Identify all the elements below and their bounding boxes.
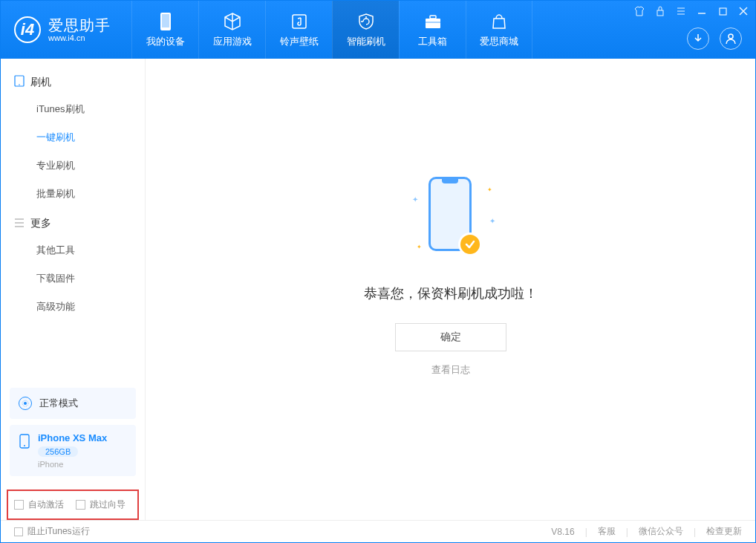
device-type: iPhone [38, 460, 107, 469]
shield-refresh-icon [356, 11, 376, 32]
footer-left: 阻止iTunes运行 [14, 525, 90, 538]
footer-link-service[interactable]: 客服 [598, 525, 616, 538]
tab-my-device[interactable]: 我的设备 [131, 1, 198, 59]
section-title: 刷机 [30, 76, 51, 89]
check-badge-icon [458, 233, 482, 256]
svg-rect-1 [162, 14, 169, 27]
success-illustration: ✦ ✦ ✦ ✦ [406, 173, 495, 262]
shirt-icon[interactable] [633, 5, 645, 17]
checkbox-icon [14, 527, 23, 536]
view-log-link[interactable]: 查看日志 [431, 363, 470, 377]
device-panel: 正常模式 iPhone XS Max 256GB iPhone [1, 388, 145, 490]
svg-rect-3 [426, 19, 440, 28]
logo-text: 爱思助手 www.i4.cn [48, 17, 111, 42]
svg-point-11 [24, 402, 27, 405]
section-more: 更多 [1, 208, 145, 236]
success-message: 恭喜您，保资料刷机成功啦！ [364, 284, 538, 302]
list-icon [14, 218, 25, 230]
version-label: V8.16 [551, 527, 574, 537]
tab-toolbox[interactable]: 工具箱 [399, 1, 466, 59]
checkbox-label: 阻止iTunes运行 [27, 525, 90, 538]
sidebar-item-advanced[interactable]: 高级功能 [1, 293, 145, 321]
checkbox-label: 自动激活 [28, 498, 64, 511]
svg-point-8 [729, 34, 733, 39]
lock-icon[interactable] [654, 5, 666, 17]
checkbox-skip-guide[interactable]: 跳过向导 [76, 498, 126, 511]
svg-rect-5 [426, 22, 440, 23]
device-phone-icon [19, 434, 30, 452]
svg-point-10 [19, 84, 20, 85]
download-button[interactable] [687, 27, 709, 50]
tab-label: 铃声壁纸 [280, 35, 319, 48]
sidebar-item-itunes-flash[interactable]: iTunes刷机 [1, 95, 145, 123]
device-name: iPhone XS Max [38, 432, 107, 443]
tab-label: 爱思商城 [480, 35, 518, 48]
tab-store[interactable]: 爱思商城 [466, 1, 532, 59]
phone-icon [158, 11, 173, 32]
sidebar-item-pro-flash[interactable]: 专业刷机 [1, 152, 145, 180]
footer-link-update[interactable]: 检查更新 [706, 525, 742, 538]
main-content: ✦ ✦ ✦ ✦ 恭喜您，保资料刷机成功啦！ 确定 查看日志 [146, 59, 755, 520]
music-note-icon [290, 11, 308, 32]
sparkle-icon: ✦ [489, 217, 495, 225]
header-right-buttons [687, 27, 742, 50]
sidebar-item-batch-flash[interactable]: 批量刷机 [1, 180, 145, 208]
cube-icon [223, 11, 242, 32]
svg-rect-4 [430, 16, 436, 19]
svg-rect-2 [293, 15, 306, 28]
svg-point-14 [24, 445, 25, 446]
bag-icon [490, 11, 508, 32]
svg-rect-6 [657, 10, 663, 16]
tab-label: 应用游戏 [213, 35, 252, 48]
device-card[interactable]: iPhone XS Max 256GB iPhone [10, 425, 136, 476]
separator: | [585, 527, 587, 537]
footer-link-wechat[interactable]: 微信公众号 [639, 525, 683, 538]
checkbox-label: 跳过向导 [90, 498, 126, 511]
sidebar-item-download-firmware[interactable]: 下载固件 [1, 264, 145, 293]
tab-label: 智能刷机 [347, 35, 385, 48]
device-info: iPhone XS Max 256GB iPhone [38, 432, 107, 469]
app-title: 爱思助手 [48, 17, 111, 33]
nav-tabs: 我的设备 应用游戏 铃声壁纸 智能刷机 工具箱 [131, 1, 532, 59]
app-url: www.i4.cn [48, 33, 111, 42]
sidebar-scroll: 刷机 iTunes刷机 一键刷机 专业刷机 批量刷机 更多 其他工具 下载固件 … [1, 59, 145, 388]
close-icon[interactable] [737, 5, 749, 17]
mode-icon [19, 397, 32, 410]
separator: | [694, 527, 696, 537]
section-title: 更多 [30, 217, 51, 230]
tab-smart-flash[interactable]: 智能刷机 [332, 1, 399, 59]
checkbox-auto-activate[interactable]: 自动激活 [14, 498, 64, 511]
checkbox-icon [76, 500, 85, 510]
maximize-icon[interactable] [717, 5, 729, 17]
checkbox-icon [14, 500, 24, 510]
svg-rect-7 [720, 8, 726, 15]
header: i4 爱思助手 www.i4.cn 我的设备 应用游戏 铃声壁纸 [1, 1, 755, 59]
sparkle-icon: ✦ [487, 186, 492, 193]
checkbox-block-itunes[interactable]: 阻止iTunes运行 [14, 525, 90, 538]
body: 刷机 iTunes刷机 一键刷机 专业刷机 批量刷机 更多 其他工具 下载固件 … [1, 59, 755, 520]
logo-area: i4 爱思助手 www.i4.cn [1, 16, 124, 43]
sidebar-item-other-tools[interactable]: 其他工具 [1, 236, 145, 264]
footer-right: V8.16 | 客服 | 微信公众号 | 检查更新 [551, 525, 742, 538]
sparkle-icon: ✦ [412, 195, 418, 204]
toolbox-icon [423, 11, 443, 32]
logo-icon: i4 [14, 16, 41, 43]
checkbox-row-highlighted: 自动激活 跳过向导 [7, 490, 139, 520]
window-controls [633, 5, 749, 17]
tab-ringtone-wallpaper[interactable]: 铃声壁纸 [265, 1, 332, 59]
user-button[interactable] [720, 27, 742, 50]
tab-label: 我的设备 [146, 35, 185, 48]
tab-label: 工具箱 [418, 35, 447, 48]
sparkle-icon: ✦ [417, 244, 422, 250]
tablet-icon [14, 75, 25, 89]
mode-label: 正常模式 [39, 397, 78, 410]
separator: | [626, 527, 628, 537]
minimize-icon[interactable] [696, 5, 708, 17]
menu-icon[interactable] [675, 5, 687, 17]
confirm-button[interactable]: 确定 [395, 323, 506, 351]
device-capacity: 256GB [38, 446, 78, 457]
footer: 阻止iTunes运行 V8.16 | 客服 | 微信公众号 | 检查更新 [1, 520, 755, 542]
mode-card[interactable]: 正常模式 [10, 388, 136, 419]
tab-apps-games[interactable]: 应用游戏 [198, 1, 265, 59]
sidebar-item-onekey-flash[interactable]: 一键刷机 [1, 123, 145, 152]
